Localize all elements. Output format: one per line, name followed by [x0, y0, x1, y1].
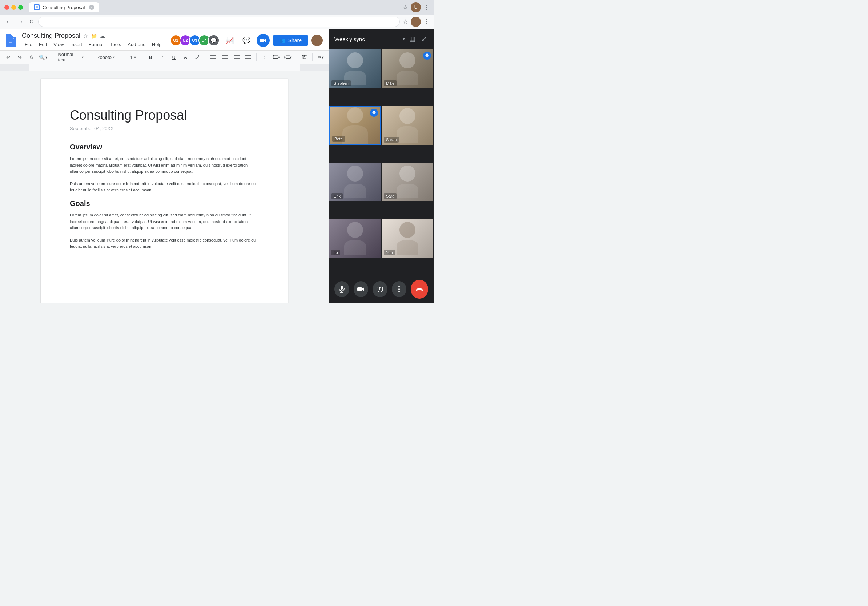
profile-avatar[interactable]: [411, 17, 421, 27]
toolbar-divider-7: [296, 53, 296, 61]
doc-goals-para-2[interactable]: Duis autem vel eum iriure dolor in hendr…: [70, 237, 259, 250]
browser-controls: ☆ U ⋮: [403, 2, 429, 12]
cloud-icon[interactable]: ☁: [100, 33, 105, 39]
traffic-lights: [5, 5, 23, 10]
bookmark-icon[interactable]: ☆: [403, 18, 408, 25]
folder-icon[interactable]: 📁: [91, 33, 97, 39]
close-window-btn[interactable]: [5, 5, 9, 10]
size-select[interactable]: 11 ▾: [124, 52, 139, 62]
analytics-btn[interactable]: 📈: [223, 34, 236, 47]
more-options-icon[interactable]: ⋮: [424, 18, 429, 25]
svg-rect-3: [9, 41, 13, 42]
print-btn[interactable]: ⎙: [26, 52, 36, 62]
browser-menu-btn[interactable]: ⋮: [424, 4, 429, 11]
zoom-btn[interactable]: 🔍 ▾: [38, 52, 49, 62]
menu-file[interactable]: File: [22, 40, 35, 49]
tab-close-btn[interactable]: ×: [89, 5, 94, 10]
doc-overview-para-2[interactable]: Duis autem vel eum iriure dolor in hendr…: [70, 181, 259, 194]
tab-favicon: [34, 5, 40, 10]
doc-overview-para-1[interactable]: Lorem ipsum dolor sit amet, consectetuer…: [70, 156, 259, 175]
align-right-btn[interactable]: [231, 52, 242, 62]
video-panel: Weekly sync ▾ ▦ ⤢ Stephen: [329, 29, 434, 303]
bullet-list-btn[interactable]: ▾: [271, 52, 281, 62]
svg-point-19: [273, 57, 274, 58]
align-left-btn[interactable]: [208, 52, 219, 62]
video-tile-jo[interactable]: Jo: [329, 219, 381, 258]
ruler: [0, 64, 329, 71]
italic-btn[interactable]: I: [157, 52, 167, 62]
size-arrow-icon: ▾: [134, 55, 136, 59]
svg-rect-1: [8, 36, 14, 44]
share-button[interactable]: 👥 Share: [273, 34, 307, 46]
docs-area: Consulting Proposal ☆ 📁 ☁ File Edit View…: [0, 29, 329, 303]
doc-goals-para-1[interactable]: Lorem ipsum dolor sit amet, consectetuer…: [70, 212, 259, 232]
camera-toggle-btn[interactable]: [354, 281, 369, 297]
end-call-btn[interactable]: [411, 280, 428, 298]
mic-toggle-btn[interactable]: [335, 281, 349, 297]
expand-btn[interactable]: ⤢: [420, 33, 428, 44]
grid-view-btn[interactable]: ▦: [408, 33, 417, 44]
browser-user-avatar[interactable]: U: [411, 2, 421, 12]
align-justify-btn[interactable]: [243, 52, 253, 62]
numbered-list-btn[interactable]: 1.2.3. ▾: [283, 52, 293, 62]
menu-addons[interactable]: Add-ons: [125, 40, 148, 49]
star-btn[interactable]: ☆: [403, 4, 408, 11]
highlight-btn[interactable]: 🖊: [192, 52, 202, 62]
menu-view[interactable]: View: [51, 40, 67, 49]
edit-mode-btn[interactable]: ✏ ▾: [316, 52, 326, 62]
doc-goals-heading[interactable]: Goals: [70, 199, 259, 208]
font-select[interactable]: Roboto ▾: [93, 52, 118, 62]
doc-date[interactable]: September 04, 20XX: [70, 126, 259, 131]
svg-rect-30: [426, 53, 428, 56]
document-title-text[interactable]: Consulting Proposal: [22, 32, 80, 40]
svg-rect-2: [9, 40, 13, 40]
svg-rect-5: [260, 39, 264, 42]
undo-btn[interactable]: ↩: [3, 52, 13, 62]
toolbar-divider-6: [256, 53, 257, 61]
more-options-btn[interactable]: [392, 281, 407, 297]
maximize-window-btn[interactable]: [18, 5, 23, 10]
video-controls: [329, 275, 434, 303]
video-tile-sara[interactable]: Sara: [382, 163, 433, 202]
present-btn[interactable]: [373, 281, 388, 297]
doc-scroll[interactable]: Consulting Proposal September 04, 20XX O…: [0, 71, 329, 303]
style-select[interactable]: Normal text ▾: [54, 52, 87, 62]
collab-avatar-chat[interactable]: 💬: [208, 34, 220, 46]
docs-menu: File Edit View Insert Format Tools Add-o…: [22, 40, 170, 49]
back-btn[interactable]: ←: [5, 17, 13, 26]
minimize-window-btn[interactable]: [11, 5, 16, 10]
meet-icon-btn[interactable]: [257, 34, 270, 47]
address-input[interactable]: [38, 17, 400, 27]
video-tile-mike[interactable]: Mike: [382, 50, 433, 89]
line-spacing-btn[interactable]: ↕: [259, 52, 270, 62]
meeting-chevron[interactable]: ▾: [403, 36, 405, 42]
video-tile-you[interactable]: You: [382, 219, 433, 258]
menu-edit[interactable]: Edit: [36, 40, 50, 49]
font-color-btn[interactable]: A: [180, 52, 191, 62]
comment-btn[interactable]: 💬: [240, 34, 253, 47]
image-btn[interactable]: 🖼: [299, 52, 309, 62]
bold-btn[interactable]: B: [146, 52, 156, 62]
share-icon: 👥: [279, 37, 285, 43]
user-account-avatar[interactable]: [311, 34, 323, 46]
align-center-btn[interactable]: [220, 52, 230, 62]
doc-overview-heading[interactable]: Overview: [70, 143, 259, 151]
docs-header-actions: U1 U2 U3 U4 💬 📈 💬 👥 Share: [170, 34, 323, 47]
refresh-btn[interactable]: ↻: [28, 17, 35, 26]
video-name-mike: Mike: [384, 81, 397, 86]
forward-btn[interactable]: →: [16, 17, 25, 26]
underline-btn[interactable]: U: [169, 52, 179, 62]
star-document-icon[interactable]: ☆: [83, 33, 88, 39]
redo-btn[interactable]: ↪: [14, 52, 25, 62]
video-tile-stephen[interactable]: Stephen: [329, 50, 381, 89]
video-tile-sarah[interactable]: Sarah: [382, 106, 433, 145]
video-grid: Stephen Mike: [329, 49, 434, 275]
menu-format[interactable]: Format: [86, 40, 107, 49]
browser-tab[interactable]: Consulting Proposal ×: [29, 2, 99, 12]
video-tile-erik[interactable]: Erik: [329, 163, 381, 202]
menu-tools[interactable]: Tools: [107, 40, 124, 49]
video-tile-beth[interactable]: Beth: [329, 106, 381, 145]
doc-main-title[interactable]: Consulting Proposal: [70, 108, 259, 123]
menu-insert[interactable]: Insert: [67, 40, 85, 49]
menu-help[interactable]: Help: [149, 40, 165, 49]
